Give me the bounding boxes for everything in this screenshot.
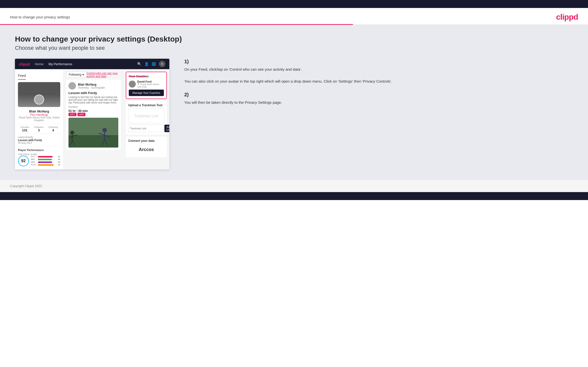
bar-ott-value: 90 [55,156,60,158]
bar-putt-fill [38,164,54,166]
latest-label: Latest Activity [18,136,60,139]
stat-following-value: 4 [48,128,58,132]
control-privacy-link[interactable]: Control who can see your activity and da… [87,72,121,78]
bar-ott-track [38,156,54,157]
post-duration-label: Duration [68,105,118,108]
logo: clippd [556,12,578,22]
stat-followers: Followers 3 [34,126,44,132]
step1-text: On your Feed, click/tap on 'Control who … [184,66,573,84]
stat-followers-label: Followers [34,126,44,128]
bar-arg-fill [38,161,52,163]
stat-following-label: Following [48,126,58,128]
bar-ott-fill [38,156,53,157]
coach-name: David Ford [137,80,164,83]
chevron-down-icon: ▾ [82,73,84,76]
nav-avatar[interactable]: B [159,61,165,67]
post-badges: OTT APP [68,113,118,116]
player-perf-title: Player Performance [18,149,60,152]
step1-number: 1) [184,59,573,64]
step2-text: You will then be taken directly to the P… [184,100,573,105]
trackman-placeholder: Trackman Link [128,108,164,123]
bar-putt: PUTT 96 [31,164,60,166]
add-link-button[interactable]: Add Link [164,125,169,132]
bar-putt-label: PUTT [31,164,37,166]
profile-club: Royal North Devon Golf Club, United King… [18,116,60,122]
instructions: 1) On your Feed, click/tap on 'Control w… [179,59,573,113]
badge-ott: OTT [68,113,76,116]
tpq-label: Total Player Quality [18,153,60,156]
following-button[interactable]: Following ▾ [66,72,87,78]
bar-ott-label: OTT [31,156,37,158]
bar-app-label: APP [31,158,37,160]
tpq-score: 92 [18,156,29,166]
latest-activity: Lesson with Fordy [18,139,60,142]
trackman-card: Upload a Trackman Test Trackman Link Add… [126,101,167,135]
footer: Copyright Clippd 2022 [0,179,588,192]
post-card: Blair McHarg Yesterday · Sunningdale Les… [66,80,121,150]
post-header: Blair McHarg Yesterday · Sunningdale [68,82,118,90]
page-subtitle: Choose what you want people to see [15,45,573,51]
page-title: How to change your privacy settings (Des… [15,35,573,43]
bar-app: APP 85 [31,158,60,160]
bar-arg-value: 86 [55,161,60,163]
arccos-logo: Arccos [128,145,164,155]
bar-arg-track [38,161,54,163]
content-area: clippd Home My Performance 🔍 👤 🌐 B Feed [15,59,573,169]
trackman-input[interactable] [128,125,163,132]
instruction-1: 1) On your Feed, click/tap on 'Control w… [184,59,573,84]
badge-app: APP [77,113,85,116]
bar-app-track [38,159,54,160]
svg-rect-1 [68,135,118,148]
following-label: Following [69,73,81,76]
profile-handicap: Plus Handicap [18,113,60,116]
header: How to change your privacy settings clip… [0,8,588,24]
copyright: Copyright Clippd 2022 [10,184,42,188]
svg-point-8 [102,128,107,132]
app-nav-icons: 🔍 👤 🌐 B [137,61,165,67]
post-user-info: Blair McHarg Yesterday · Sunningdale [78,83,105,89]
location-icon: 📍 [137,83,140,86]
bottom-bar [0,192,588,200]
nav-item-performance[interactable]: My Performance [49,62,72,66]
header-title: How to change your privacy settings [10,15,70,19]
app-right-sidebar: Your Coaches David Ford 📍 Royal North De… [123,69,169,169]
post-title: Lesson with Fordy [68,91,118,95]
latest-date: 03 Aug 2022 [18,142,60,144]
post-avatar [68,82,76,90]
app-main: Following ▾ Control who can see your act… [64,69,123,169]
profile-pic-area [18,82,60,107]
bar-arg-label: ARG [31,161,37,163]
post-desc: Looking to feel like my hands are exitin… [68,96,118,104]
stat-following: Following 4 [48,126,58,132]
tpq-bars: OTT 90 APP 85 [31,156,60,166]
connect-title: Connect your data [128,139,164,143]
app-nav-logo: clippd [19,62,30,66]
bar-ott: OTT 90 [31,156,60,158]
app-screenshot: clippd Home My Performance 🔍 👤 🌐 B Feed [15,59,169,169]
nav-item-home[interactable]: Home [35,62,44,66]
bar-app-value: 85 [55,158,60,160]
app-nav: clippd Home My Performance 🔍 👤 🌐 B [15,59,169,69]
stat-activities: Activities 131 [20,126,29,132]
top-bar [0,0,588,8]
globe-icon[interactable]: 🌐 [152,62,156,66]
app-body: Feed Blair McHarg Plus Handicap Royal No… [15,69,169,169]
post-duration-value: 01 hr : 30 min [68,109,118,113]
trackman-title: Upload a Trackman Test [128,104,164,107]
coaches-card: Your Coaches David Ford 📍 Royal North De… [126,72,167,99]
player-performance: Player Performance Total Player Quality … [18,146,60,166]
profile-avatar [34,95,44,105]
profile-name: Blair McHarg [18,109,60,113]
bar-arg: ARG 86 [31,161,60,163]
step2-number: 2) [184,92,573,98]
search-icon[interactable]: 🔍 [137,62,141,66]
svg-point-2 [70,131,74,135]
connect-card: Connect your data Arccos [126,137,167,157]
bar-app-fill [38,159,52,160]
coach-club: 📍 Royal North Devon Golf Club [137,83,164,88]
user-icon[interactable]: 👤 [144,62,149,66]
manage-coaches-button[interactable]: Manage Your Coaches [129,90,164,96]
stats-row: Activities 131 Followers 3 Following 4 [18,124,60,134]
bar-putt-value: 96 [55,164,60,166]
stat-followers-value: 3 [34,128,44,132]
